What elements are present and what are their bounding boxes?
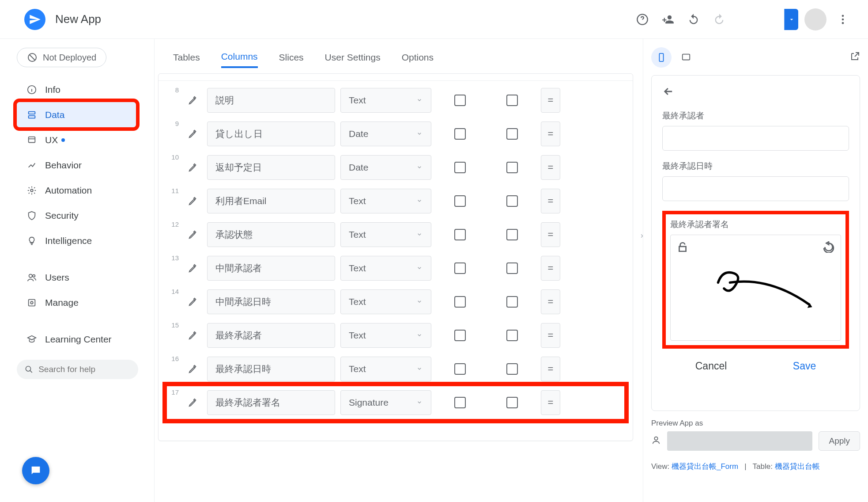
column-name-input[interactable]: 中間承認日時	[207, 289, 335, 314]
preview-as-input[interactable]	[667, 431, 812, 451]
edit-column-button[interactable]	[184, 91, 202, 109]
label-checkbox[interactable]	[506, 363, 518, 375]
formula-button[interactable]: =	[541, 390, 560, 415]
sidebar-item-info[interactable]: Info	[17, 77, 147, 102]
column-name-input[interactable]: 最終承認者	[207, 323, 335, 348]
search-help-input[interactable]	[38, 365, 130, 374]
formula-button[interactable]: =	[541, 289, 560, 314]
edit-column-button[interactable]	[184, 360, 202, 378]
edit-column-button[interactable]	[184, 159, 202, 176]
tab-columns[interactable]: Columns	[221, 51, 258, 68]
label-checkbox[interactable]	[506, 195, 518, 207]
form-field-input-approver[interactable]	[662, 126, 849, 151]
key-checkbox[interactable]	[454, 229, 466, 240]
sidebar-item-behavior[interactable]: Behavior	[17, 152, 147, 178]
column-type-select[interactable]: Date	[340, 155, 431, 180]
key-checkbox[interactable]	[454, 330, 466, 341]
form-save-button[interactable]: Save	[793, 360, 816, 372]
formula-button[interactable]: =	[541, 256, 560, 281]
edit-column-button[interactable]	[184, 293, 202, 311]
column-type-select[interactable]: Date	[340, 122, 431, 146]
edit-column-button[interactable]	[184, 327, 202, 344]
label-checkbox[interactable]	[506, 397, 518, 408]
sidebar-item-data[interactable]: Data	[17, 102, 136, 127]
column-name-input[interactable]: 最終承認者署名	[207, 390, 335, 415]
formula-button[interactable]: =	[541, 155, 560, 180]
form-field-input-datetime[interactable]	[662, 176, 849, 201]
sidebar-item-ux[interactable]: UX	[17, 127, 147, 152]
more-button[interactable]	[833, 9, 853, 30]
sidebar-item-learning[interactable]: Learning Center	[17, 327, 147, 352]
search-help-box[interactable]	[17, 360, 138, 379]
key-checkbox[interactable]	[454, 363, 466, 375]
form-cancel-button[interactable]: Cancel	[695, 360, 727, 372]
sidebar-item-automation[interactable]: Automation	[17, 178, 147, 203]
column-type-select[interactable]: Text	[340, 189, 431, 213]
sidebar-item-intelligence[interactable]: Intelligence	[17, 228, 147, 253]
column-name-input[interactable]: 利用者Email	[207, 189, 335, 213]
user-avatar[interactable]	[804, 8, 826, 30]
device-tablet[interactable]	[676, 47, 696, 68]
apply-button[interactable]: Apply	[819, 431, 860, 451]
column-name-input[interactable]: 中間承認者	[207, 256, 335, 281]
deploy-status-pill[interactable]: Not Deployed	[17, 48, 106, 67]
formula-button[interactable]: =	[541, 189, 560, 213]
column-name-input[interactable]: 貸し出し日	[207, 122, 335, 146]
column-type-select[interactable]: Text	[340, 289, 431, 314]
key-checkbox[interactable]	[454, 95, 466, 106]
edit-column-button[interactable]	[184, 259, 202, 277]
edit-column-button[interactable]	[184, 226, 202, 243]
redo-button[interactable]	[709, 9, 729, 30]
table-link[interactable]: 機器貸出台帳	[775, 462, 820, 471]
column-type-select[interactable]: Text	[340, 88, 431, 113]
tab-options[interactable]: Options	[402, 52, 434, 67]
sidebar-item-manage[interactable]: Manage	[17, 290, 147, 315]
formula-button[interactable]: =	[541, 357, 560, 381]
column-name-input[interactable]: 承認状態	[207, 222, 335, 247]
signature-canvas[interactable]	[670, 235, 841, 341]
edit-column-button[interactable]	[184, 394, 202, 411]
view-link[interactable]: 機器貸出台帳_Form	[672, 462, 738, 471]
undo-button[interactable]	[683, 9, 704, 30]
open-external[interactable]	[849, 51, 860, 64]
edit-column-button[interactable]	[184, 125, 202, 143]
save-dropdown-button[interactable]	[784, 9, 798, 30]
column-type-select[interactable]: Text	[340, 256, 431, 281]
formula-button[interactable]: =	[541, 222, 560, 247]
label-checkbox[interactable]	[506, 162, 518, 173]
label-checkbox[interactable]	[506, 296, 518, 308]
column-name-input[interactable]: 返却予定日	[207, 155, 335, 180]
label-checkbox[interactable]	[506, 95, 518, 106]
sidebar-item-security[interactable]: Security	[17, 203, 147, 228]
tab-slices[interactable]: Slices	[279, 52, 304, 67]
column-type-select[interactable]: Signature	[340, 390, 431, 415]
label-checkbox[interactable]	[506, 262, 518, 274]
column-type-select[interactable]: Text	[340, 222, 431, 247]
column-type-select[interactable]: Text	[340, 323, 431, 348]
key-checkbox[interactable]	[454, 162, 466, 173]
label-checkbox[interactable]	[506, 330, 518, 341]
form-back-button[interactable]	[662, 85, 677, 100]
help-button[interactable]	[632, 9, 653, 30]
tab-tables[interactable]: Tables	[173, 52, 200, 67]
formula-button[interactable]: =	[541, 122, 560, 146]
edit-column-button[interactable]	[184, 192, 202, 210]
key-checkbox[interactable]	[454, 128, 466, 140]
sidebar-item-users[interactable]: Users	[17, 265, 147, 290]
chat-fab[interactable]	[22, 457, 49, 484]
column-type-select[interactable]: Text	[340, 357, 431, 381]
label-checkbox[interactable]	[506, 128, 518, 140]
column-name-input[interactable]: 説明	[207, 88, 335, 113]
device-phone[interactable]	[651, 47, 672, 68]
column-name-input[interactable]: 最終承認日時	[207, 357, 335, 381]
key-checkbox[interactable]	[454, 397, 466, 408]
key-checkbox[interactable]	[454, 262, 466, 274]
app-title[interactable]: New App	[55, 12, 101, 26]
label-checkbox[interactable]	[506, 229, 518, 240]
key-checkbox[interactable]	[454, 195, 466, 207]
formula-button[interactable]: =	[541, 88, 560, 113]
tab-user-settings[interactable]: User Settings	[325, 52, 381, 67]
key-checkbox[interactable]	[454, 296, 466, 308]
formula-button[interactable]: =	[541, 323, 560, 348]
add-user-button[interactable]	[658, 9, 678, 30]
